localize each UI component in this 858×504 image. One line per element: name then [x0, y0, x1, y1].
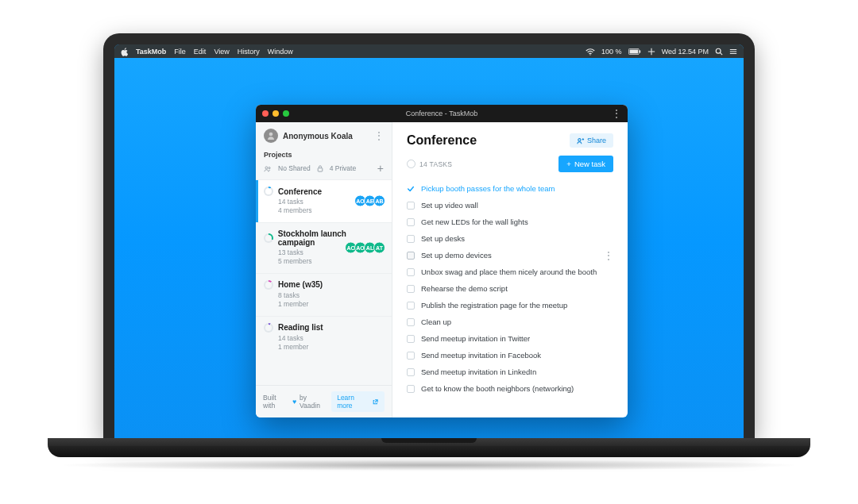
task-row[interactable]: Send meetup invitation in LinkedIn	[407, 364, 613, 380]
share-label: Share	[587, 137, 606, 144]
avatar: AT	[373, 242, 385, 254]
user-menu-icon[interactable]: ⋮	[374, 133, 384, 139]
svg-point-6	[265, 167, 268, 169]
task-text: Get new LEDs for the wall lights	[421, 217, 528, 226]
titlebar[interactable]: Conference - TaskMob ⋮	[256, 105, 628, 122]
checkbox-icon[interactable]	[407, 318, 415, 326]
task-row[interactable]: Get new LEDs for the wall lights	[407, 214, 613, 230]
user-name: Anonymous Koala	[283, 132, 369, 140]
sidebar-footer: Built with ♥ by Vaadin Learn more	[256, 385, 392, 417]
menubar-clock[interactable]: Wed 12.54 PM	[662, 48, 709, 56]
project-avatars: ACAOALAT	[347, 242, 385, 254]
checkbox-icon[interactable]	[407, 302, 415, 310]
task-text: Set up video wall	[421, 201, 478, 210]
task-row[interactable]: Clean up	[407, 314, 613, 330]
window-menu-icon[interactable]: ⋮	[612, 110, 621, 117]
maximize-icon[interactable]	[283, 110, 289, 117]
task-row[interactable]: Unbox swag and place them nicely around …	[407, 264, 613, 280]
checkbox-icon[interactable]	[407, 368, 415, 376]
menu-icon[interactable]	[729, 47, 737, 56]
laptop-shadow	[64, 460, 794, 471]
checkbox-icon[interactable]	[407, 268, 415, 276]
user-row[interactable]: Anonymous Koala ⋮	[256, 122, 392, 149]
progress-icon	[407, 160, 415, 168]
new-task-button[interactable]: + New task	[558, 156, 613, 172]
menubar-app-name[interactable]: TaskMob	[136, 48, 166, 56]
menu-file[interactable]: File	[174, 48, 186, 56]
task-text: Pickup booth passes for the whole team	[421, 184, 555, 193]
people-icon	[264, 164, 272, 172]
task-text: Publish the registration page for the me…	[421, 301, 567, 310]
learn-more-button[interactable]: Learn more	[331, 391, 385, 412]
svg-point-0	[589, 54, 590, 55]
project-item[interactable]: Home (w35)8 tasks1 member	[256, 273, 392, 316]
user-avatar	[264, 129, 278, 143]
task-count-label: 14 TASKS	[419, 160, 452, 168]
project-item[interactable]: Conference14 tasks4 membersAOAEAB	[256, 179, 392, 222]
project-item[interactable]: Reading list14 tasks1 member	[256, 316, 392, 359]
traffic-lights	[262, 110, 289, 117]
heart-icon: ♥	[292, 398, 296, 406]
task-row[interactable]: Set up desks	[407, 230, 613, 247]
menu-window[interactable]: Window	[268, 48, 293, 56]
project-list: Conference14 tasks4 membersAOAEABStockho…	[256, 179, 392, 385]
menubar-left: TaskMob FileEditViewHistoryWindow	[121, 46, 301, 56]
svg-point-9	[578, 138, 581, 140]
menu-view[interactable]: View	[214, 48, 229, 56]
apple-icon[interactable]	[121, 46, 128, 56]
project-name: Home (w35)	[278, 280, 323, 289]
expand-icon[interactable]	[647, 47, 655, 56]
menu-edit[interactable]: Edit	[194, 48, 207, 56]
task-row[interactable]: Send meetup invitation in Facebook	[407, 347, 613, 364]
battery-text: 100 %	[601, 48, 622, 56]
task-text: Send meetup invitation in LinkedIn	[421, 367, 536, 376]
task-row[interactable]: Rehearse the demo script	[407, 280, 613, 297]
footer-suffix: by Vaadin	[300, 394, 328, 410]
share-button[interactable]: Share	[570, 133, 613, 148]
desktop-wallpaper: TaskMob FileEditViewHistoryWindow 100 % …	[114, 44, 744, 438]
add-project-icon[interactable]: +	[377, 162, 384, 175]
task-text: Send meetup invitation in Twitter	[421, 334, 530, 343]
checkbox-icon[interactable]	[407, 335, 415, 343]
svg-rect-8	[318, 168, 323, 171]
lock-icon	[317, 164, 323, 172]
project-avatars: AOAEAB	[357, 195, 385, 207]
checkbox-icon[interactable]	[407, 235, 415, 243]
checkbox-icon[interactable]	[407, 185, 415, 193]
task-text: Rehearse the demo script	[421, 284, 508, 293]
project-meta: 8 tasks1 member	[278, 291, 384, 310]
checkbox-icon[interactable]	[407, 285, 415, 293]
task-text: Get to know the booth neighbors (network…	[421, 384, 574, 393]
wifi-icon[interactable]	[586, 47, 595, 55]
footer-prefix: Built with	[263, 394, 289, 410]
page-title: Conference	[407, 133, 477, 148]
project-item[interactable]: Stockholm launch campaign13 tasks5 membe…	[256, 222, 392, 273]
task-row[interactable]: Set up demo devices⋮	[407, 247, 613, 264]
projects-label: Projects	[264, 151, 384, 159]
task-row[interactable]: Pickup booth passes for the whole team	[407, 180, 613, 197]
svg-rect-2	[629, 50, 637, 54]
task-text: Set up demo devices	[421, 251, 492, 260]
menubar: TaskMob FileEditViewHistoryWindow 100 % …	[114, 44, 744, 58]
close-icon[interactable]	[262, 110, 269, 117]
checkbox-icon[interactable]	[407, 252, 415, 260]
search-icon[interactable]	[715, 47, 723, 56]
checkbox-icon[interactable]	[407, 352, 415, 360]
task-text: Set up desks	[421, 234, 465, 243]
private-count: 4 Private	[330, 164, 357, 172]
sub-row: 14 TASKS + New task	[407, 156, 613, 172]
battery-icon	[628, 48, 641, 56]
task-menu-icon[interactable]: ⋮	[604, 252, 613, 259]
svg-point-4	[716, 48, 721, 53]
svg-rect-3	[639, 51, 640, 53]
menu-history[interactable]: History	[238, 48, 260, 56]
checkbox-icon[interactable]	[407, 385, 415, 393]
checkbox-icon[interactable]	[407, 218, 415, 226]
checkbox-icon[interactable]	[407, 202, 415, 210]
task-row[interactable]: Get to know the booth neighbors (network…	[407, 380, 613, 397]
task-row[interactable]: Send meetup invitation in Twitter	[407, 330, 613, 347]
minimize-icon[interactable]	[272, 110, 279, 117]
task-count: 14 TASKS	[407, 160, 452, 168]
task-row[interactable]: Publish the registration page for the me…	[407, 297, 613, 314]
task-row[interactable]: Set up video wall	[407, 197, 613, 214]
